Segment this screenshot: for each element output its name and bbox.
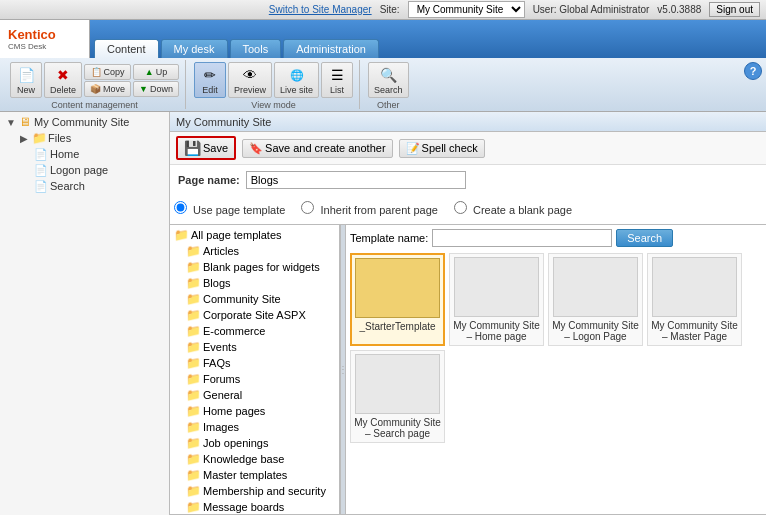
spell-check-button[interactable]: 📝 Spell check xyxy=(399,139,485,158)
tmpl-articles[interactable]: 📁 Articles xyxy=(172,243,337,259)
tree-root[interactable]: ▼ 🖥 My Community Site xyxy=(2,114,167,130)
sign-out-button[interactable]: Sign out xyxy=(709,2,760,17)
nav-tab-administration[interactable]: Administration xyxy=(283,39,379,58)
search-page-icon: 📄 xyxy=(34,179,48,193)
message-boards-label: Message boards xyxy=(203,501,284,513)
tmpl-events[interactable]: 📁 Events xyxy=(172,339,337,355)
version-label: v5.0.3888 xyxy=(657,4,701,15)
search-icon: 🔍 xyxy=(378,65,398,85)
save-create-button[interactable]: 🔖 Save and create another xyxy=(242,139,392,158)
template-search-button[interactable]: Search xyxy=(616,229,673,247)
home-page-icon: 📄 xyxy=(34,147,48,161)
tree-search[interactable]: 📄 Search xyxy=(2,178,167,194)
edit-button[interactable]: ✏ Edit xyxy=(194,62,226,98)
tmpl-job-openings[interactable]: 📁 Job openings xyxy=(172,435,337,451)
collapse-files-icon[interactable]: ▶ xyxy=(20,133,32,144)
content-buttons: 📄 New ✖ Delete 📋 Copy 📦 Move xyxy=(10,62,179,98)
images-icon: 📁 xyxy=(186,420,201,434)
up-button[interactable]: ▲ Up xyxy=(133,64,179,80)
preview-icon: 👁 xyxy=(240,65,260,85)
tree-logon[interactable]: 📄 Logon page xyxy=(2,162,167,178)
logon-spacer xyxy=(20,163,34,177)
corporate-icon: 📁 xyxy=(186,308,201,322)
down-icon: ▼ xyxy=(139,84,148,94)
template-card-search[interactable]: My Community Site – Search page xyxy=(350,350,445,443)
action-bar: 💾 Save 🔖 Save and create another 📝 Spell… xyxy=(170,132,766,165)
template-card-master[interactable]: My Community Site – Master Page xyxy=(647,253,742,346)
starter-preview xyxy=(355,258,440,318)
move-icon: 📦 xyxy=(90,84,101,94)
tree-logon-label: Logon page xyxy=(48,164,108,176)
tree-search-label: Search xyxy=(48,180,85,192)
switch-site-link[interactable]: Switch to Site Manager xyxy=(269,4,372,15)
edit-label: Edit xyxy=(202,85,218,95)
homepage-preview xyxy=(454,257,539,317)
tmpl-message-boards[interactable]: 📁 Message boards xyxy=(172,499,337,514)
down-button[interactable]: ▼ Down xyxy=(133,81,179,97)
tmpl-community[interactable]: 📁 Community Site xyxy=(172,291,337,307)
template-grid: _StarterTemplate My Community Site – Hom… xyxy=(350,253,762,443)
tmpl-membership[interactable]: 📁 Membership and security xyxy=(172,483,337,499)
search-page-name: My Community Site – Search page xyxy=(354,417,441,439)
use-template-option[interactable]: Use page template xyxy=(174,201,285,216)
user-label: User: Global Administrator xyxy=(533,4,650,15)
blank-radio[interactable] xyxy=(454,201,467,214)
root-folder-icon: 🖥 xyxy=(18,115,32,129)
list-button[interactable]: ☰ List xyxy=(321,62,353,98)
other-group-label: Other xyxy=(377,98,400,110)
toolbar: 📄 New ✖ Delete 📋 Copy 📦 Move xyxy=(0,58,766,112)
page-name-label: Page name: xyxy=(178,174,240,186)
articles-icon: 📁 xyxy=(186,244,201,258)
tree-files[interactable]: ▶ 📁 Files xyxy=(2,130,167,146)
list-icon: ☰ xyxy=(327,65,347,85)
inherit-radio[interactable] xyxy=(301,201,314,214)
template-card-starter[interactable]: _StarterTemplate xyxy=(350,253,445,346)
help-button[interactable]: ? xyxy=(744,62,762,80)
tmpl-corporate[interactable]: 📁 Corporate Site ASPX xyxy=(172,307,337,323)
community-label: Community Site xyxy=(203,293,281,305)
move-button[interactable]: 📦 Move xyxy=(84,81,131,97)
blank-option[interactable]: Create a blank page xyxy=(454,201,572,216)
tmpl-faqs[interactable]: 📁 FAQs xyxy=(172,355,337,371)
nav-tab-mydesk[interactable]: My desk xyxy=(161,39,228,58)
tmpl-homepages[interactable]: 📁 Home pages xyxy=(172,403,337,419)
tmpl-general[interactable]: 📁 General xyxy=(172,387,337,403)
nav-tab-tools[interactable]: Tools xyxy=(230,39,282,58)
logon-name: My Community Site – Logon Page xyxy=(552,320,639,342)
template-grid-area: Template name: Search _StarterTemplate M… xyxy=(346,225,766,514)
copy-button[interactable]: 📋 Copy xyxy=(84,64,131,80)
site-selector[interactable]: My Community Site xyxy=(408,1,525,18)
live-site-button[interactable]: 🌐 Live site xyxy=(274,62,319,98)
collapse-root-icon[interactable]: ▼ xyxy=(6,117,18,128)
tmpl-master-templates[interactable]: 📁 Master templates xyxy=(172,467,337,483)
save-button[interactable]: 💾 Save xyxy=(176,136,236,160)
tmpl-ecommerce[interactable]: 📁 E-commerce xyxy=(172,323,337,339)
delete-label: Delete xyxy=(50,85,76,95)
delete-button[interactable]: ✖ Delete xyxy=(44,62,82,98)
tmpl-images[interactable]: 📁 Images xyxy=(172,419,337,435)
logon-page-icon: 📄 xyxy=(34,163,48,177)
template-search-input[interactable] xyxy=(432,229,612,247)
tmpl-knowledge-base[interactable]: 📁 Knowledge base xyxy=(172,451,337,467)
inherit-option[interactable]: Inherit from parent page xyxy=(301,201,437,216)
tmpl-forums[interactable]: 📁 Forums xyxy=(172,371,337,387)
spell-icon: 📝 xyxy=(406,142,420,155)
tmpl-root[interactable]: 📁 All page templates xyxy=(172,227,337,243)
preview-button[interactable]: 👁 Preview xyxy=(228,62,272,98)
tmpl-blogs[interactable]: 📁 Blogs xyxy=(172,275,337,291)
new-button[interactable]: 📄 New xyxy=(10,62,42,98)
content-group-label: Content management xyxy=(51,98,138,110)
tree-home[interactable]: 📄 Home xyxy=(2,146,167,162)
search-button[interactable]: 🔍 Search xyxy=(368,62,409,98)
general-label: General xyxy=(203,389,242,401)
live-label: Live site xyxy=(280,85,313,95)
page-name-input[interactable] xyxy=(246,171,466,189)
use-template-radio[interactable] xyxy=(174,201,187,214)
main-area: ▼ 🖥 My Community Site ▶ 📁 Files 📄 Home 📄… xyxy=(0,112,766,515)
template-card-homepage[interactable]: My Community Site – Home page xyxy=(449,253,544,346)
nav-tab-content[interactable]: Content xyxy=(94,39,159,58)
message-boards-icon: 📁 xyxy=(186,500,201,514)
tmpl-blank-widgets[interactable]: 📁 Blank pages for widgets xyxy=(172,259,337,275)
edit-icon: ✏ xyxy=(200,65,220,85)
template-card-logon[interactable]: My Community Site – Logon Page xyxy=(548,253,643,346)
